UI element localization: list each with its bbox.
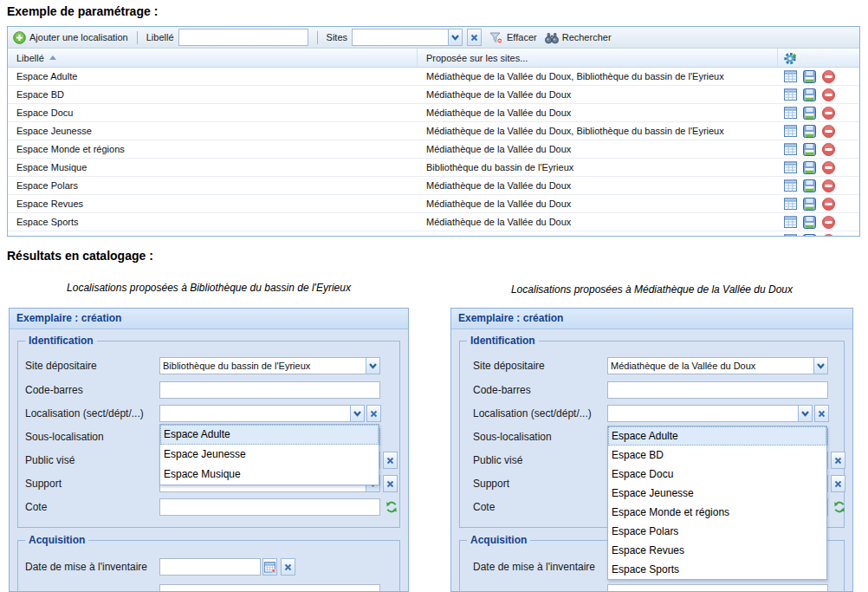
localisation-input[interactable] (607, 405, 798, 422)
sous-localisation-label: Sous-localisation (473, 431, 552, 443)
public-vise-label: Public visé (473, 454, 522, 466)
localisation-clear-button[interactable] (366, 405, 381, 422)
save-disk-icon[interactable] (803, 161, 816, 174)
site-depositaire-input[interactable] (159, 357, 366, 374)
effacer-button[interactable]: Effacer (489, 31, 537, 44)
dropdown-option[interactable]: Espace Adulte (160, 425, 379, 445)
field-cote: Cote (10, 498, 408, 516)
delete-minus-icon[interactable] (822, 125, 835, 138)
date-inventaire-clear-button[interactable] (281, 558, 295, 576)
row-actions (778, 198, 859, 211)
cote-input[interactable] (159, 498, 380, 516)
delete-minus-icon[interactable] (822, 143, 835, 156)
dropdown-option[interactable]: Espace BD (608, 446, 826, 465)
localisation-combobox[interactable] (607, 405, 813, 422)
public-vise-clear-button[interactable] (383, 452, 398, 469)
delete-minus-icon[interactable] (822, 161, 835, 174)
delete-minus-icon[interactable] (822, 179, 835, 192)
field-code-barres: Code-barres (451, 381, 852, 399)
support-clear-button[interactable] (831, 475, 845, 492)
grid-row[interactable] (8, 231, 859, 237)
grid-row[interactable]: Espace Polars Médiathèque de la Vallée d… (8, 177, 859, 195)
table-grid-icon[interactable] (784, 234, 797, 237)
calendar-icon[interactable] (262, 558, 277, 576)
chevron-down-icon[interactable] (448, 29, 463, 46)
chevron-down-icon[interactable] (798, 405, 813, 422)
save-disk-icon[interactable] (803, 70, 816, 83)
clipped-input[interactable] (159, 584, 380, 592)
sites-clear-button[interactable] (467, 29, 482, 46)
delete-minus-icon[interactable] (822, 88, 835, 101)
table-grid-icon[interactable] (784, 125, 797, 138)
public-vise-clear-button[interactable] (831, 452, 845, 469)
delete-minus-icon[interactable] (822, 216, 835, 229)
grid-row[interactable]: Espace Monde et régions Médiathèque de l… (8, 140, 859, 159)
localisation-input[interactable] (159, 405, 350, 422)
dropdown-option[interactable]: Espace Monde et régions (608, 503, 826, 522)
delete-minus-icon[interactable] (822, 234, 835, 237)
dropdown-option[interactable]: Espace Revues (608, 541, 826, 560)
row-actions (778, 216, 859, 229)
row-actions (778, 234, 859, 237)
table-grid-icon[interactable] (784, 179, 797, 192)
save-disk-icon[interactable] (803, 216, 816, 229)
localisation-combobox[interactable] (159, 405, 365, 422)
table-grid-icon[interactable] (784, 88, 797, 101)
column-header-libelle[interactable]: Libellé (8, 49, 418, 67)
table-grid-icon[interactable] (784, 70, 797, 83)
site-depositaire-input[interactable] (607, 357, 813, 374)
gear-plus-icon[interactable] (783, 51, 798, 65)
delete-minus-icon[interactable] (822, 198, 835, 211)
grid-row[interactable]: Espace Jeunesse Médiathèque de la Vallée… (8, 122, 859, 140)
chevron-down-icon[interactable] (813, 357, 828, 374)
table-grid-icon[interactable] (784, 143, 797, 156)
delete-minus-icon[interactable] (822, 70, 835, 83)
site-depositaire-combobox[interactable] (607, 357, 828, 374)
localisation-clear-button[interactable] (814, 405, 829, 422)
chevron-down-icon[interactable] (350, 405, 365, 422)
save-disk-icon[interactable] (803, 179, 816, 192)
save-disk-icon[interactable] (803, 143, 816, 156)
cell-libelle: Espace BD (8, 89, 418, 100)
dropdown-option[interactable]: Espace Sports (608, 560, 826, 579)
sites-filter-input[interactable] (352, 29, 448, 46)
cell-libelle: Espace Jeunesse (8, 126, 418, 136)
dropdown-option[interactable]: Espace Jeunesse (160, 445, 379, 465)
table-grid-icon[interactable] (784, 198, 797, 211)
clipped-input[interactable] (607, 584, 828, 592)
save-disk-icon[interactable] (803, 88, 816, 101)
date-inventaire-input[interactable] (159, 558, 261, 576)
refresh-arrows-icon[interactable] (385, 500, 398, 514)
table-grid-icon[interactable] (784, 216, 797, 229)
grid-row[interactable]: Espace Revues Médiathèque de la Vallée d… (8, 195, 859, 213)
dropdown-option[interactable]: Espace Polars (608, 522, 826, 541)
table-grid-icon[interactable] (784, 161, 797, 174)
save-disk-icon[interactable] (803, 125, 816, 138)
refresh-arrows-icon[interactable] (832, 500, 846, 514)
grid-row[interactable]: Espace Musique Bibliothèque du bassin de… (8, 159, 859, 177)
save-disk-icon[interactable] (803, 107, 816, 120)
column-header-outils[interactable]: Outils (778, 49, 859, 67)
dropdown-option[interactable]: Espace Jeunesse (608, 484, 826, 503)
save-disk-icon[interactable] (803, 234, 816, 237)
dropdown-option[interactable]: Espace Docu (608, 465, 826, 484)
dropdown-option[interactable]: Espace Adulte (608, 426, 826, 446)
grid-row[interactable]: Espace Sports Médiathèque de la Vallée d… (8, 213, 859, 231)
add-localisation-button[interactable]: Ajouter une localisation (13, 31, 128, 44)
save-disk-icon[interactable] (803, 198, 816, 211)
rechercher-button[interactable]: Rechercher (545, 31, 612, 44)
grid-row[interactable]: Espace BD Médiathèque de la Vallée du Do… (8, 86, 859, 104)
code-barres-input[interactable] (159, 381, 380, 399)
libelle-filter-input[interactable] (178, 29, 308, 46)
dropdown-option[interactable]: Espace Musique (160, 465, 379, 485)
sites-filter-combobox[interactable] (352, 29, 463, 46)
support-clear-button[interactable] (383, 475, 398, 492)
delete-minus-icon[interactable] (822, 107, 835, 120)
site-depositaire-combobox[interactable] (159, 357, 380, 374)
table-grid-icon[interactable] (784, 107, 797, 120)
grid-row[interactable]: Espace Docu Médiathèque de la Vallée du … (8, 104, 859, 122)
chevron-down-icon[interactable] (366, 357, 380, 374)
code-barres-input[interactable] (607, 381, 828, 399)
column-header-sites[interactable]: Proposée sur les sites... (418, 49, 778, 67)
grid-row[interactable]: Espace Adulte Médiathèque de la Vallée d… (8, 68, 859, 86)
